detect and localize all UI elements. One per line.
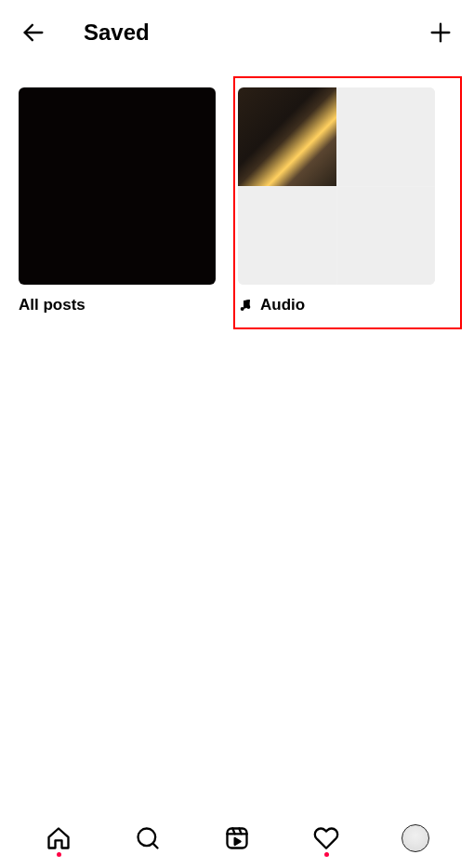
home-notification-dot: [57, 852, 61, 857]
audio-label-text: Audio: [260, 296, 305, 314]
collection-all-posts[interactable]: All posts: [19, 87, 216, 314]
nav-profile[interactable]: [401, 818, 430, 859]
home-icon: [46, 825, 72, 851]
back-button[interactable]: [19, 18, 48, 47]
nav-activity[interactable]: [311, 818, 341, 859]
page-title: Saved: [84, 20, 426, 46]
collections-grid: All posts Audio: [0, 65, 474, 314]
plus-icon: [428, 20, 454, 46]
audio-thumb-cell-4: [337, 187, 436, 286]
reels-icon: [224, 825, 250, 851]
all-posts-thumbnail: [19, 87, 216, 285]
collection-label: Audio: [238, 296, 435, 314]
activity-notification-dot: [324, 852, 329, 857]
audio-thumb-cell-3: [238, 187, 336, 286]
svg-line-6: [153, 843, 158, 848]
music-note-icon: [238, 298, 253, 313]
nav-search[interactable]: [133, 818, 163, 859]
svg-point-3: [241, 307, 244, 311]
back-arrow-icon: [20, 20, 46, 46]
svg-marker-11: [235, 838, 241, 845]
bottom-navigation: [0, 808, 474, 868]
nav-home[interactable]: [44, 818, 73, 859]
profile-avatar-icon: [402, 824, 429, 852]
search-icon: [135, 825, 161, 851]
header: Saved: [0, 0, 474, 65]
collection-label: All posts: [19, 296, 216, 314]
svg-rect-7: [228, 828, 247, 848]
audio-thumb-cell-2: [337, 87, 436, 186]
add-collection-button[interactable]: [426, 18, 455, 47]
heart-icon: [313, 825, 339, 851]
svg-point-4: [246, 305, 250, 309]
audio-thumb-cell-1: [238, 87, 336, 186]
collection-audio[interactable]: Audio: [238, 87, 435, 314]
all-posts-label-text: All posts: [19, 296, 86, 314]
nav-reels[interactable]: [222, 818, 252, 859]
audio-thumbnail: [238, 87, 435, 285]
